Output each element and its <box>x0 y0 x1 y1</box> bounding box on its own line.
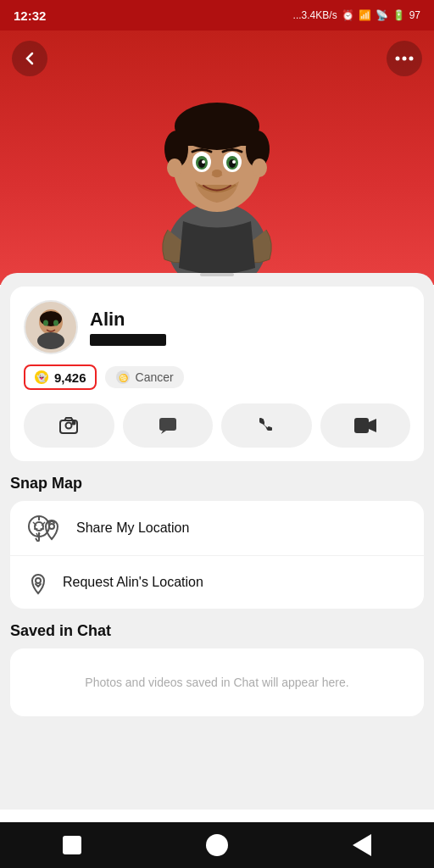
bitmoji <box>120 60 314 285</box>
profile-name: Alin <box>90 309 410 331</box>
share-location-item[interactable]: Share My Location <box>10 501 424 555</box>
svg-rect-9 <box>176 125 258 146</box>
nav-back-button[interactable] <box>347 830 377 860</box>
svg-rect-34 <box>159 418 176 431</box>
battery-icon: 🔋 <box>392 9 405 21</box>
saved-in-chat-section: Saved in Chat Photos and videos saved in… <box>10 622 424 716</box>
profile-top: Alin <box>24 300 410 354</box>
signal-icon: 📶 <box>359 9 371 21</box>
action-buttons <box>24 403 410 448</box>
sheet-handle <box>200 273 234 276</box>
saved-in-chat-card: Photos and videos saved in Chat will app… <box>10 648 424 716</box>
status-time: 12:32 <box>14 8 46 23</box>
svg-point-19 <box>232 160 236 164</box>
saved-in-chat-title: Saved in Chat <box>10 622 424 640</box>
svg-point-2 <box>409 57 414 61</box>
wifi-icon: 📡 <box>376 9 388 21</box>
svg-point-10 <box>167 159 182 177</box>
profile-badges: 👻 9,426 ♋ Cancer <box>24 364 410 390</box>
svg-point-23 <box>40 311 62 326</box>
more-button[interactable] <box>387 41 422 76</box>
home-icon <box>206 834 228 856</box>
alarm-icon: ⏰ <box>342 9 354 21</box>
share-location-label: Share My Location <box>76 520 189 536</box>
svg-text:👻: 👻 <box>36 372 47 383</box>
saved-empty-text: Photos and videos saved in Chat will app… <box>85 676 348 689</box>
svg-point-25 <box>43 320 48 326</box>
profile-card: Alin 👻 9,426 ♋ Cancer <box>10 287 424 461</box>
bottom-nav <box>0 822 434 868</box>
hero-section <box>0 31 434 285</box>
request-location-label: Request Alin's Location <box>63 575 203 590</box>
snap-map-section: Snap Map <box>10 475 424 609</box>
battery-level: 97 <box>409 9 420 21</box>
avatar <box>24 300 78 354</box>
svg-point-31 <box>66 423 72 429</box>
network-speed: ...3.4KB/s <box>293 9 337 21</box>
zodiac-label: Cancer <box>136 370 174 384</box>
back-button[interactable] <box>12 41 47 76</box>
chat-button[interactable] <box>123 403 214 448</box>
svg-point-39 <box>36 578 41 583</box>
svg-point-11 <box>252 159 267 177</box>
location-up-icon <box>39 515 64 541</box>
camera-button[interactable] <box>24 403 114 448</box>
svg-point-24 <box>37 332 64 349</box>
svg-rect-35 <box>354 418 369 433</box>
svg-point-33 <box>73 422 75 425</box>
content-sheet: Alin 👻 9,426 ♋ Cancer <box>0 273 434 810</box>
svg-point-1 <box>403 57 407 61</box>
svg-point-26 <box>53 320 58 326</box>
score-value: 9,426 <box>54 370 86 385</box>
phone-button[interactable] <box>221 403 312 448</box>
nav-home-button[interactable] <box>202 830 232 860</box>
nav-square-button[interactable] <box>57 830 87 860</box>
snap-score-icon: 👻 <box>34 370 49 385</box>
status-bar: 12:32 ...3.4KB/s ⏰ 📶 📡 🔋 97 <box>0 0 434 31</box>
location-down-icon <box>25 570 51 595</box>
svg-point-18 <box>202 160 205 164</box>
request-location-item[interactable]: Request Alin's Location <box>10 555 424 609</box>
svg-text:♋: ♋ <box>118 373 128 383</box>
snap-map-card: Share My Location Request Alin's Locatio… <box>10 501 424 609</box>
score-badge[interactable]: 👻 9,426 <box>24 364 97 390</box>
stop-icon <box>63 836 81 854</box>
snap-map-title: Snap Map <box>10 475 424 492</box>
svg-point-0 <box>396 57 400 61</box>
profile-username-bar <box>90 334 166 346</box>
zodiac-icon: ♋ <box>115 370 131 385</box>
svg-point-38 <box>49 524 54 529</box>
profile-info: Alin <box>90 309 410 346</box>
back-icon <box>353 834 371 856</box>
status-icons: ...3.4KB/s ⏰ 📶 📡 🔋 97 <box>293 9 420 21</box>
video-button[interactable] <box>320 403 411 448</box>
zodiac-badge[interactable]: ♋ Cancer <box>105 366 184 388</box>
